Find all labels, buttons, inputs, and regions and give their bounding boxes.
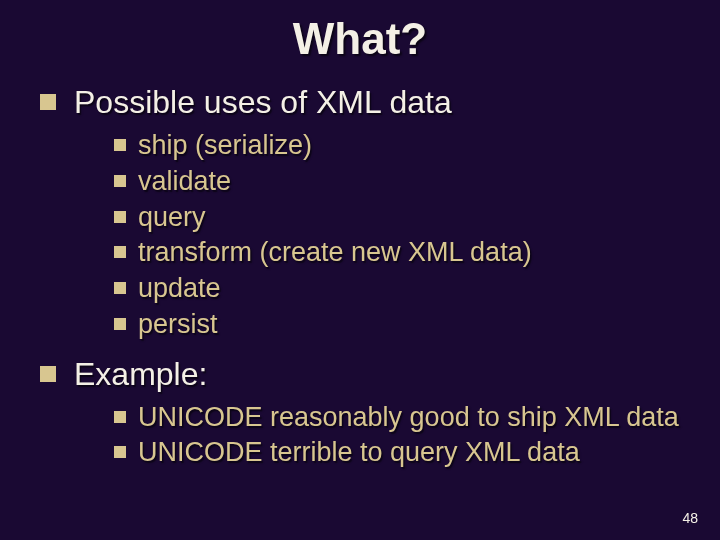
bullet-level2: UNICODE terrible to query XML data	[114, 436, 720, 470]
square-bullet-icon	[114, 446, 126, 458]
bullet-level2: ship (serialize)	[114, 129, 720, 163]
level2-text: transform (create new XML data)	[138, 236, 532, 270]
level2-text: update	[138, 272, 221, 306]
square-bullet-icon	[40, 94, 56, 110]
square-bullet-icon	[114, 282, 126, 294]
level2-text: query	[138, 201, 206, 235]
slide: What? Possible uses of XML data ship (se…	[0, 0, 720, 540]
bullet-level2: update	[114, 272, 720, 306]
square-bullet-icon	[114, 211, 126, 223]
bullet-level2: query	[114, 201, 720, 235]
level1-text: Possible uses of XML data	[74, 84, 452, 121]
sublist: UNICODE reasonably good to ship XML data…	[40, 401, 720, 471]
bullet-level2: persist	[114, 308, 720, 342]
page-number: 48	[682, 510, 698, 526]
square-bullet-icon	[114, 139, 126, 151]
level2-text: UNICODE terrible to query XML data	[138, 436, 580, 470]
level2-text: validate	[138, 165, 231, 199]
level2-text: UNICODE reasonably good to ship XML data	[138, 401, 679, 435]
bullet-level2: UNICODE reasonably good to ship XML data	[114, 401, 720, 435]
square-bullet-icon	[114, 411, 126, 423]
level2-text: ship (serialize)	[138, 129, 312, 163]
square-bullet-icon	[114, 175, 126, 187]
square-bullet-icon	[114, 318, 126, 330]
bullet-level1: Example:	[40, 356, 720, 393]
level1-text: Example:	[74, 356, 207, 393]
sublist: ship (serialize) validate query transfor…	[40, 129, 720, 342]
slide-title: What?	[0, 0, 720, 64]
square-bullet-icon	[114, 246, 126, 258]
square-bullet-icon	[40, 366, 56, 382]
bullet-level2: transform (create new XML data)	[114, 236, 720, 270]
slide-content: Possible uses of XML data ship (serializ…	[0, 64, 720, 470]
bullet-level1: Possible uses of XML data	[40, 84, 720, 121]
level2-text: persist	[138, 308, 218, 342]
bullet-level2: validate	[114, 165, 720, 199]
